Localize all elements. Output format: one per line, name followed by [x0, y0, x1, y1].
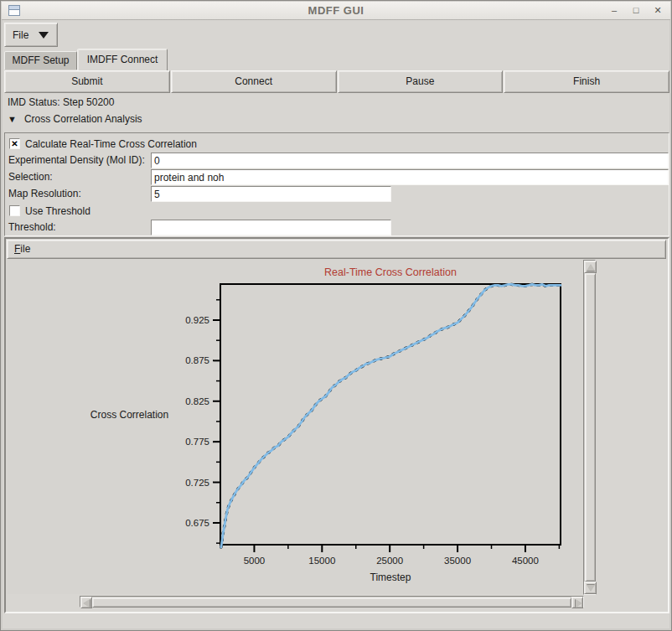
connect-button[interactable]: Connect: [171, 70, 337, 93]
threshold-field[interactable]: [151, 220, 391, 235]
svg-text:0.775: 0.775: [185, 437, 209, 447]
window-title: MDFF GUI: [2, 4, 670, 17]
svg-text:0.675: 0.675: [185, 518, 209, 528]
svg-text:45000: 45000: [512, 556, 539, 566]
horizontal-scrollbar[interactable]: [80, 596, 584, 608]
experimental-density-field[interactable]: [151, 153, 669, 168]
cross-correlation-section-header[interactable]: ▼ Cross Correlation Analysis: [8, 113, 142, 125]
horizontal-scroll-thumb[interactable]: [92, 597, 571, 608]
threshold-label: Threshold:: [8, 221, 56, 233]
cross-correlation-frame: ✕ Calculate Real-Time Cross Correlation …: [4, 132, 669, 236]
svg-text:0.725: 0.725: [185, 478, 209, 488]
scroll-down-icon: [587, 585, 595, 592]
submit-button[interactable]: Submit: [4, 70, 170, 93]
plot-frame: File Real-Time Cross Correlation Cross C…: [4, 237, 669, 613]
close-icon[interactable]: ✕: [652, 3, 664, 17]
collapse-triangle-icon: ▼: [8, 114, 17, 124]
scroll-up-button[interactable]: [584, 261, 597, 273]
vertical-scroll-thumb[interactable]: [585, 273, 596, 582]
calc-cc-checkbox[interactable]: ✕: [9, 138, 20, 149]
chart-y-axis-label: Cross Correlation: [81, 409, 178, 421]
cross-correlation-section-label: Cross Correlation Analysis: [24, 113, 142, 125]
tab-imdff-connect[interactable]: IMDFF Connect: [77, 49, 168, 70]
svg-text:15000: 15000: [308, 556, 335, 566]
action-button-row: Submit Connect Pause Finish: [4, 70, 669, 93]
file-menu-label: File: [13, 29, 28, 41]
tab-mdff-setup[interactable]: MDFF Setup: [4, 51, 77, 70]
scroll-up-icon: [587, 264, 595, 271]
svg-text:0.825: 0.825: [185, 396, 209, 406]
map-resolution-field[interactable]: [151, 186, 391, 202]
cross-correlation-chart: 0.6750.7250.7750.8250.8750.9255000150002…: [8, 260, 582, 594]
mdff-gui-window: MDFF GUI – □ ✕ File MDFF Setup IMDFF Con…: [0, 0, 672, 631]
use-threshold-label: Use Threshold: [25, 205, 90, 217]
finish-button[interactable]: Finish: [504, 70, 669, 93]
title-bar: MDFF GUI – □ ✕: [2, 2, 670, 20]
svg-text:0.925: 0.925: [185, 315, 209, 325]
svg-text:5000: 5000: [244, 556, 266, 566]
file-menu-button[interactable]: File: [4, 23, 58, 47]
use-threshold-checkbox[interactable]: [9, 205, 20, 216]
scroll-right-icon: [576, 599, 582, 608]
svg-text:25000: 25000: [376, 556, 403, 566]
maximize-icon[interactable]: □: [630, 3, 642, 17]
chart-title: Real-Time Cross Correlation: [223, 266, 558, 278]
plot-canvas: Real-Time Cross Correlation Cross Correl…: [8, 260, 582, 594]
pause-button[interactable]: Pause: [338, 70, 504, 93]
chevron-down-icon: [39, 32, 49, 39]
selection-label: Selection:: [8, 171, 53, 183]
plot-file-menu[interactable]: File: [14, 243, 30, 255]
scroll-left-icon: [83, 599, 90, 608]
scroll-right-button[interactable]: [571, 597, 583, 608]
scroll-down-button[interactable]: [584, 582, 597, 594]
svg-text:0.875: 0.875: [185, 355, 209, 365]
svg-text:35000: 35000: [444, 556, 471, 566]
imd-status-label: IMD Status: Step 50200: [8, 96, 114, 108]
experimental-density-label: Experimental Density (Mol ID):: [8, 154, 145, 166]
selection-field[interactable]: [151, 169, 669, 185]
scroll-left-button[interactable]: [80, 597, 92, 608]
minimize-icon[interactable]: –: [608, 3, 620, 17]
chart-x-axis-label: Timestep: [223, 572, 558, 583]
vertical-scrollbar[interactable]: [583, 260, 596, 595]
calc-cc-checkbox-label: Calculate Real-Time Cross Correlation: [25, 138, 197, 150]
plot-menubar: File: [7, 240, 666, 259]
map-resolution-label: Map Resolution:: [8, 188, 81, 199]
